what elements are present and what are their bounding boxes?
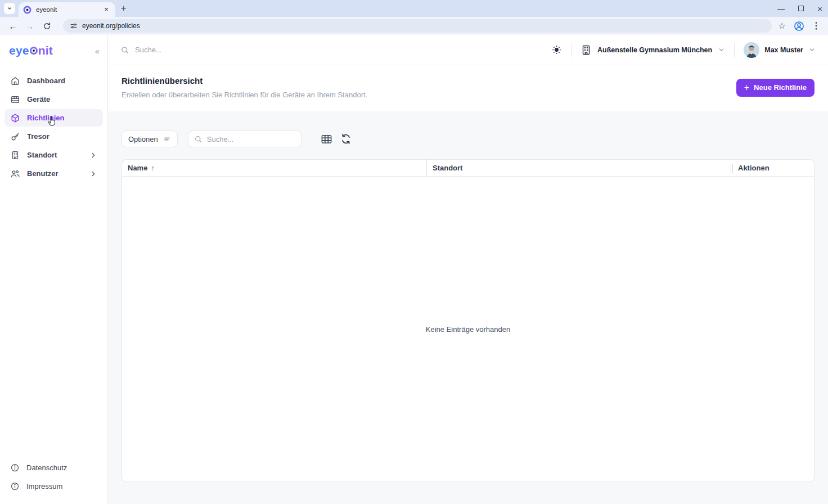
refresh-button[interactable] (340, 133, 352, 145)
url-text: eyeonit.org/policies (82, 22, 140, 30)
sidebar-item-label: Standort (27, 151, 57, 159)
forward-button[interactable]: → (22, 19, 37, 33)
cube-icon (10, 113, 20, 123)
search-icon (120, 46, 129, 55)
sidebar-item-geraete[interactable]: Geräte (4, 91, 103, 108)
browser-menu-icon[interactable] (812, 21, 820, 30)
column-header-name[interactable]: Name ↑ (122, 160, 426, 176)
table-toolbar: Optionen (122, 130, 814, 147)
tab-close-icon[interactable]: × (102, 5, 111, 14)
column-header-aktionen[interactable]: Aktionen (731, 160, 814, 176)
sidebar-item-label: Benutzer (27, 169, 58, 178)
home-icon (10, 76, 20, 86)
divider (734, 43, 735, 57)
sidebar-item-standort[interactable]: Standort (4, 146, 103, 164)
bookmark-star-icon[interactable]: ☆ (778, 21, 786, 31)
sidebar-item-label: Geräte (27, 95, 50, 104)
sidebar: eye nit « Dashboard (0, 35, 108, 504)
chevron-right-icon (89, 151, 97, 159)
org-selector[interactable]: Außenstelle Gymnasium München (580, 44, 725, 56)
browser-window: eyeonit × + — × ← → eyeonit.org/policies… (0, 0, 828, 504)
key-icon (10, 132, 20, 142)
window-close-button[interactable]: × (817, 4, 822, 14)
reload-button[interactable] (39, 19, 54, 33)
page-header: Richtlinienübersicht Erstellen oder über… (108, 65, 828, 111)
browser-profile-icon[interactable] (794, 21, 804, 32)
plus-icon: + (744, 83, 749, 92)
sidebar-item-label: Impressum (26, 482, 62, 490)
app-topbar: Außenstelle Gymnasium München (108, 35, 828, 65)
logo-eye-icon (30, 47, 38, 55)
column-header-standort[interactable]: Standort (426, 160, 731, 176)
chevron-down-icon (7, 6, 12, 11)
user-menu[interactable]: Max Muster (744, 42, 816, 58)
reload-icon (43, 22, 51, 30)
info-icon (10, 482, 20, 491)
browser-urlbar: ← → eyeonit.org/policies ☆ (0, 17, 828, 35)
window-maximize-button[interactable] (798, 6, 804, 11)
divider (571, 43, 572, 57)
site-info-icon[interactable] (70, 22, 78, 30)
sidebar-item-richtlinien[interactable]: Richtlinien (4, 109, 103, 127)
global-search[interactable] (120, 46, 551, 55)
table-icon (10, 94, 20, 105)
info-icon (10, 463, 20, 472)
sidebar-item-label: Tresor (27, 132, 50, 141)
empty-state-text: Keine Einträge vorhanden (426, 325, 510, 334)
theme-toggle-sun-icon[interactable] (551, 44, 562, 55)
sidebar-collapse-icon[interactable]: « (95, 46, 100, 56)
table-body: Keine Einträge vorhanden (122, 177, 814, 482)
sidebar-item-label: Dashboard (27, 76, 65, 85)
page-title: Richtlinienübersicht (122, 76, 367, 86)
sidebar-item-tresor[interactable]: Tresor (4, 128, 103, 145)
url-field[interactable]: eyeonit.org/policies (63, 19, 772, 33)
window-minimize-button[interactable]: — (777, 4, 785, 13)
back-button[interactable]: ← (6, 19, 20, 33)
org-name: Außenstelle Gymnasium München (597, 46, 712, 54)
users-icon (10, 169, 20, 179)
column-settings-button[interactable] (321, 134, 332, 145)
chevron-right-icon (89, 170, 97, 178)
sort-asc-icon[interactable]: ↑ (151, 164, 154, 172)
options-button[interactable]: Optionen (122, 130, 178, 147)
table-search-input[interactable] (207, 135, 291, 143)
sidebar-item-impressum[interactable]: Impressum (4, 478, 103, 495)
sidebar-item-datenschutz[interactable]: Datenschutz (4, 459, 103, 476)
sidebar-item-label: Datenschutz (26, 464, 67, 472)
filter-lines-icon (163, 135, 171, 143)
search-icon (194, 135, 202, 143)
user-name: Max Muster (764, 46, 803, 54)
building-icon (10, 150, 20, 160)
browser-tab[interactable]: eyeonit × (19, 2, 115, 17)
chevron-down-icon (808, 46, 816, 53)
browser-tabstrip: eyeonit × + — × (0, 0, 828, 17)
building-icon (580, 44, 592, 56)
new-tab-button[interactable]: + (121, 3, 126, 14)
user-avatar (744, 42, 759, 58)
sidebar-item-benutzer[interactable]: Benutzer (4, 165, 103, 182)
page-subtitle: Erstellen oder überarbeiten Sie Richtlin… (122, 91, 367, 99)
site-favicon (23, 6, 32, 14)
table-grid-icon (321, 134, 332, 145)
new-policy-button[interactable]: + Neue Richtlinie (736, 79, 814, 97)
tab-title: eyeonit (36, 6, 97, 13)
chevron-down-icon (718, 46, 725, 53)
table-search[interactable] (188, 130, 302, 147)
global-search-input[interactable] (135, 46, 304, 54)
sidebar-item-dashboard[interactable]: Dashboard (4, 72, 103, 89)
tab-search-button[interactable] (4, 3, 15, 14)
policies-table: Name ↑ Standort Aktionen Keine Einträge … (122, 159, 814, 482)
app-logo[interactable]: eye nit (9, 44, 53, 57)
table-header-row: Name ↑ Standort Aktionen (122, 160, 814, 177)
sidebar-item-label: Richtlinien (27, 114, 64, 122)
refresh-icon (340, 133, 352, 145)
